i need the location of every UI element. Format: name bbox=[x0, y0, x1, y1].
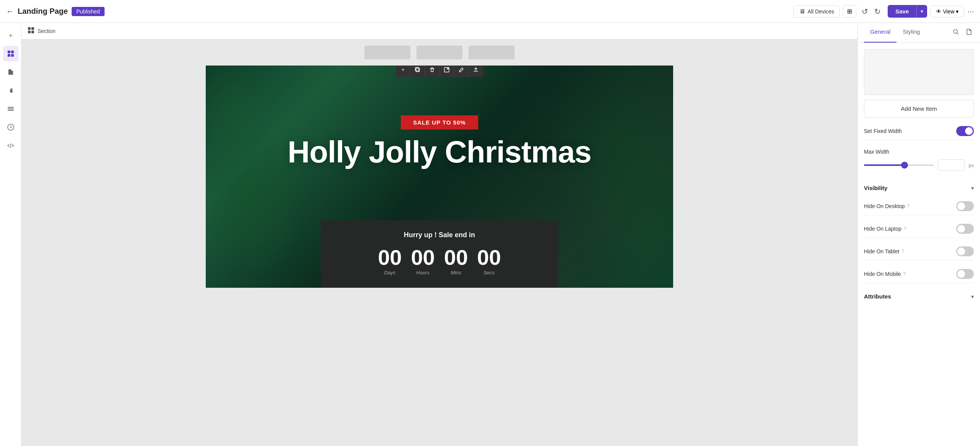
published-badge: Published bbox=[72, 7, 105, 16]
left-sidebar: ＋ bbox=[0, 23, 21, 446]
set-fixed-width-toggle[interactable] bbox=[956, 126, 974, 136]
undo-button[interactable]: ↺ bbox=[859, 5, 870, 18]
hide-on-tablet-label: Hide On Tablet ? bbox=[864, 248, 904, 254]
device-selector[interactable]: 🖥 All Devices bbox=[793, 5, 840, 18]
countdown-secs-label: Secs bbox=[483, 270, 495, 275]
sidebar-item-layouts[interactable] bbox=[3, 46, 18, 61]
visibility-section-header[interactable]: Visibility ▾ bbox=[864, 179, 974, 193]
tab-general[interactable]: General bbox=[864, 23, 896, 43]
svg-rect-11 bbox=[31, 31, 34, 33]
hide-on-mobile-toggle[interactable] bbox=[956, 269, 974, 279]
placeholder-bar bbox=[206, 39, 673, 66]
section-bar-icon bbox=[28, 27, 34, 35]
tablet-help-icon[interactable]: ? bbox=[901, 249, 904, 254]
svg-rect-6 bbox=[8, 110, 14, 111]
countdown-mins: 00 Mins bbox=[444, 247, 468, 275]
more-options-button[interactable]: ··· bbox=[967, 7, 974, 16]
back-button[interactable]: ← bbox=[6, 7, 14, 16]
view-icon: 👁 bbox=[936, 8, 941, 15]
view-button[interactable]: 👁 View ▾ bbox=[930, 6, 964, 17]
toggle-slider-mobile bbox=[956, 269, 974, 279]
toolbar-upload-button[interactable] bbox=[469, 66, 483, 77]
topbar-center: 🖥 All Devices ⊞ ↺ ↻ bbox=[793, 5, 883, 18]
countdown-secs-value: 00 bbox=[477, 247, 501, 268]
countdown-title: Hurry up ! Sale end in bbox=[336, 231, 543, 239]
sidebar-item-pages[interactable] bbox=[3, 64, 18, 80]
max-width-label: Max Width bbox=[864, 149, 974, 155]
save-button[interactable]: Save bbox=[888, 5, 916, 18]
visibility-chevron-icon: ▾ bbox=[971, 185, 974, 191]
placeholder-block-3 bbox=[469, 46, 515, 59]
toolbar-resize-button[interactable] bbox=[439, 66, 454, 77]
section-bar-label: Section bbox=[38, 28, 56, 34]
countdown-mins-value: 00 bbox=[444, 247, 468, 268]
topbar: ← Landing Page Published 🖥 All Devices ⊞… bbox=[0, 0, 980, 23]
search-panel-icon[interactable] bbox=[951, 23, 961, 43]
toolbar-duplicate-button[interactable] bbox=[410, 66, 425, 77]
mobile-help-icon[interactable]: ? bbox=[903, 271, 906, 277]
hero-floating-toolbar: ＋ bbox=[396, 66, 483, 77]
hide-on-mobile-label: Hide On Mobile ? bbox=[864, 271, 906, 277]
sidebar-item-shopify[interactable] bbox=[3, 83, 18, 98]
add-new-item-button[interactable]: Add New Item bbox=[864, 100, 974, 118]
hide-on-laptop-toggle[interactable] bbox=[956, 224, 974, 234]
toggle-slider bbox=[956, 126, 974, 136]
topbar-right: Save ▾ 👁 View ▾ ··· bbox=[888, 5, 974, 18]
grid-button[interactable]: ⊞ bbox=[843, 5, 856, 18]
sidebar-item-add[interactable]: ＋ bbox=[3, 28, 18, 43]
toolbar-add-button[interactable]: ＋ bbox=[396, 66, 410, 77]
svg-rect-9 bbox=[31, 27, 34, 30]
hide-on-desktop-toggle[interactable] bbox=[956, 201, 974, 211]
svg-rect-5 bbox=[8, 108, 14, 109]
hero-section[interactable]: ＋ bbox=[206, 66, 673, 288]
hide-on-desktop-label: Hide On Desktop ? bbox=[864, 203, 910, 209]
laptop-help-icon[interactable]: ? bbox=[904, 226, 906, 231]
save-button-group: Save ▾ bbox=[888, 5, 927, 18]
topbar-left: ← Landing Page Published bbox=[6, 7, 789, 16]
hero-title: Holly Jolly Christmas bbox=[206, 134, 673, 170]
image-placeholder bbox=[864, 49, 974, 95]
section-bar: Section bbox=[21, 23, 857, 39]
max-width-input[interactable]: 1170 bbox=[938, 159, 965, 171]
desktop-help-icon[interactable]: ? bbox=[907, 203, 910, 209]
sidebar-item-layers[interactable] bbox=[3, 101, 18, 116]
countdown-days: 00 Days bbox=[378, 247, 402, 275]
doc-panel-icon[interactable] bbox=[964, 23, 974, 43]
attributes-chevron-icon: ▾ bbox=[971, 294, 974, 300]
hide-on-laptop-row: Hide On Laptop ? bbox=[864, 220, 974, 238]
countdown-days-value: 00 bbox=[378, 247, 402, 268]
sidebar-item-history[interactable] bbox=[3, 120, 18, 135]
redo-button[interactable]: ↻ bbox=[872, 5, 883, 18]
hide-on-tablet-toggle[interactable] bbox=[956, 246, 974, 256]
canvas-area: Section ＋ bbox=[21, 23, 857, 446]
toggle-slider-laptop bbox=[956, 224, 974, 234]
max-width-unit: px bbox=[969, 162, 974, 168]
svg-rect-10 bbox=[28, 31, 31, 33]
sidebar-item-code[interactable] bbox=[3, 138, 18, 153]
attributes-section-header[interactable]: Attributes ▾ bbox=[864, 288, 974, 301]
hide-on-desktop-row: Hide On Desktop ? bbox=[864, 197, 974, 215]
countdown-numbers: 00 Days 00 Hours 00 Mins 00 bbox=[336, 247, 543, 275]
max-width-slider[interactable] bbox=[864, 164, 934, 166]
svg-rect-8 bbox=[28, 27, 31, 30]
svg-rect-3 bbox=[11, 54, 14, 57]
countdown-days-label: Days bbox=[384, 270, 396, 275]
hide-on-mobile-row: Hide On Mobile ? bbox=[864, 265, 974, 283]
set-fixed-width-label: Set Fixed Width bbox=[864, 128, 902, 134]
desktop-icon: 🖥 bbox=[799, 8, 805, 15]
hide-on-laptop-label: Hide On Laptop ? bbox=[864, 226, 906, 232]
page-title: Landing Page bbox=[18, 7, 68, 16]
toolbar-edit-button[interactable] bbox=[454, 66, 469, 77]
hide-on-tablet-row: Hide On Tablet ? bbox=[864, 243, 974, 261]
undo-redo-group: ↺ ↻ bbox=[859, 5, 883, 18]
save-dropdown-button[interactable]: ▾ bbox=[916, 5, 927, 18]
placeholder-block-2 bbox=[416, 46, 462, 59]
toolbar-delete-button[interactable] bbox=[425, 66, 439, 77]
countdown-secs: 00 Secs bbox=[477, 247, 501, 275]
countdown-hours-value: 00 bbox=[411, 247, 435, 268]
svg-rect-1 bbox=[11, 51, 14, 53]
panel-content: Add New Item Set Fixed Width Max Width 1… bbox=[858, 43, 980, 307]
tab-styling[interactable]: Styling bbox=[896, 23, 926, 43]
countdown-section: Hurry up ! Sale end in 00 Days 00 Hours … bbox=[321, 220, 558, 288]
toggle-slider-desktop bbox=[956, 201, 974, 211]
